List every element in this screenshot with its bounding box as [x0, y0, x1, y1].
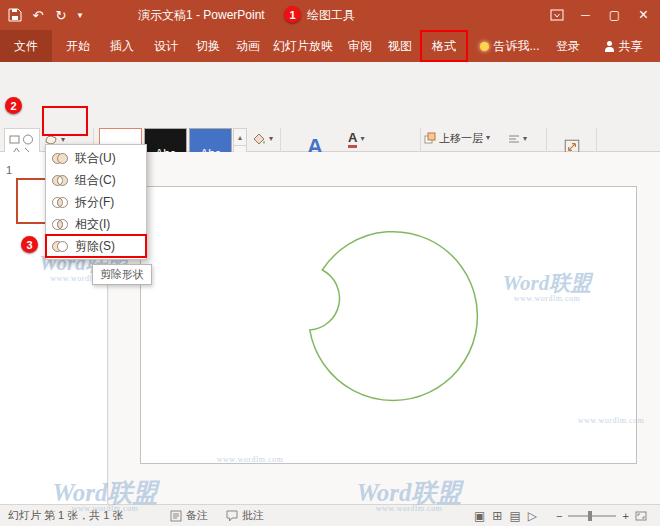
text-fill-button[interactable]: A ▾ [348, 129, 374, 149]
zoom-slider-thumb[interactable] [588, 511, 592, 521]
menu-item-label: 联合(U) [75, 150, 116, 167]
annotation-step-2-badge: 2 [5, 97, 22, 114]
tab-slideshow[interactable]: 幻灯片放映 [266, 30, 340, 62]
powerpoint-window: ↶ ↻ ▾ 演示文稿1 - PowerPoint 1 绘图工具 ─ ▢ × 文件… [0, 0, 660, 526]
annotation-step-1-badge: 1 [284, 6, 301, 23]
chevron-down-icon: ▾ [486, 134, 490, 142]
shape-fill-button[interactable]: ▾ [252, 129, 278, 148]
fragment-icon [51, 196, 69, 209]
annotation-box-merge-button [42, 106, 88, 136]
menu-item-label: 组合(C) [75, 172, 116, 189]
union-icon [51, 152, 69, 165]
intersect-icon [51, 218, 69, 231]
sign-in-button[interactable]: 登录 [548, 30, 588, 62]
ribbon-display-options-icon[interactable] [542, 0, 571, 30]
fit-to-window-icon[interactable] [635, 510, 647, 522]
slide-counter: 幻灯片 第 1 张，共 1 张 [8, 505, 124, 526]
menu-item-fragment[interactable]: 拆分(F) [46, 191, 146, 213]
menu-item-label: 相交(I) [75, 216, 110, 233]
gallery-scroll-up-icon[interactable]: ▴ [233, 128, 247, 146]
text-fill-icon: A [348, 131, 357, 148]
titlebar: ↶ ↻ ▾ 演示文稿1 - PowerPoint 1 绘图工具 ─ ▢ × [0, 0, 660, 30]
undo-icon[interactable]: ↶ [29, 6, 47, 24]
tab-tell-me[interactable]: 告诉我... [474, 30, 546, 62]
reading-view-icon[interactable]: ▤ [509, 509, 520, 523]
notes-label: 备注 [186, 508, 208, 523]
quick-access-toolbar: ↶ ↻ ▾ [6, 0, 85, 30]
tab-animations[interactable]: 动画 [228, 30, 268, 62]
menu-item-subtract[interactable]: 剪除(S) [46, 235, 146, 257]
person-icon [604, 41, 615, 52]
tab-insert[interactable]: 插入 [100, 30, 144, 62]
window-controls: ─ ▢ × [542, 0, 658, 30]
bring-forward-button[interactable]: 上移一层 ▾ [424, 128, 504, 148]
comments-label: 批注 [242, 508, 264, 523]
zoom-in-icon[interactable]: + [622, 510, 628, 522]
view-switcher: ▣ ⊞ ▤ ▷ [474, 505, 537, 526]
subtract-icon [51, 240, 69, 253]
subtract-tooltip: 剪除形状 [92, 264, 152, 285]
slideshow-view-icon[interactable]: ▷ [528, 509, 537, 523]
save-icon[interactable] [6, 6, 24, 24]
statusbar: 幻灯片 第 1 张，共 1 张 备注 批注 ▣ ⊞ ▤ ▷ − + [0, 504, 660, 526]
chevron-down-icon: ▾ [360, 135, 364, 143]
normal-view-icon[interactable]: ▣ [474, 509, 485, 523]
ribbon: ▾ ▾ 插入形状 Abc Abc Abc ▴ ▾ ▾ ▾ [0, 62, 660, 152]
slide-canvas[interactable] [140, 186, 637, 464]
annotation-step-3-badge: 3 [21, 236, 38, 253]
tab-transitions[interactable]: 切换 [188, 30, 228, 62]
close-icon[interactable]: × [629, 0, 658, 30]
ribbon-tab-bar: 文件 开始 插入 设计 切换 动画 幻灯片放映 审阅 视图 格式 告诉我... … [0, 30, 660, 62]
zoom-controls: − + [556, 505, 647, 526]
slide-sorter-icon[interactable]: ⊞ [492, 509, 502, 523]
merge-shapes-menu: 联合(U) 组合(C) 拆分(F) 相交(I) 剪除(S) [45, 144, 147, 260]
menu-item-label: 剪除(S) [75, 238, 115, 255]
tell-me-label: 告诉我... [493, 30, 539, 62]
zoom-slider[interactable] [568, 515, 616, 517]
restore-icon[interactable]: ▢ [600, 0, 629, 30]
bring-forward-icon [424, 132, 436, 144]
menu-item-combine[interactable]: 组合(C) [46, 169, 146, 191]
menu-item-label: 拆分(F) [75, 194, 114, 211]
comment-icon [226, 510, 238, 522]
menu-item-intersect[interactable]: 相交(I) [46, 213, 146, 235]
chevron-down-icon: ▾ [523, 135, 527, 143]
share-label: 共享 [619, 30, 643, 62]
chevron-down-icon: ▾ [61, 136, 65, 144]
slide-thumbnail-number: 1 [6, 164, 12, 176]
bring-forward-label: 上移一层 [439, 131, 483, 146]
minimize-icon[interactable]: ─ [571, 0, 600, 30]
share-button[interactable]: 共享 [590, 30, 656, 62]
qat-customize-chevron-icon[interactable]: ▾ [75, 6, 85, 24]
tab-file[interactable]: 文件 [0, 30, 52, 62]
tab-format[interactable]: 格式 [420, 30, 468, 62]
zoom-out-icon[interactable]: − [556, 510, 562, 522]
combine-icon [51, 174, 69, 187]
comments-button[interactable]: 批注 [226, 505, 264, 526]
align-icon [508, 133, 520, 145]
notes-button[interactable]: 备注 [170, 505, 208, 526]
tab-home[interactable]: 开始 [56, 30, 100, 62]
chevron-down-icon: ▾ [269, 135, 273, 143]
contextual-tab-group-title: 绘图工具 [307, 0, 355, 30]
align-button[interactable]: ▾ [508, 130, 542, 148]
notes-icon [170, 510, 182, 522]
redo-icon[interactable]: ↻ [52, 6, 70, 24]
menu-item-union[interactable]: 联合(U) [46, 147, 146, 169]
tab-design[interactable]: 设计 [144, 30, 188, 62]
subtracted-circle-shape[interactable] [141, 187, 636, 463]
tab-review[interactable]: 审阅 [340, 30, 380, 62]
tab-view[interactable]: 视图 [380, 30, 420, 62]
window-title: 演示文稿1 - PowerPoint [138, 0, 265, 30]
lightbulb-icon [480, 42, 489, 51]
shape-fill-icon [252, 132, 266, 146]
